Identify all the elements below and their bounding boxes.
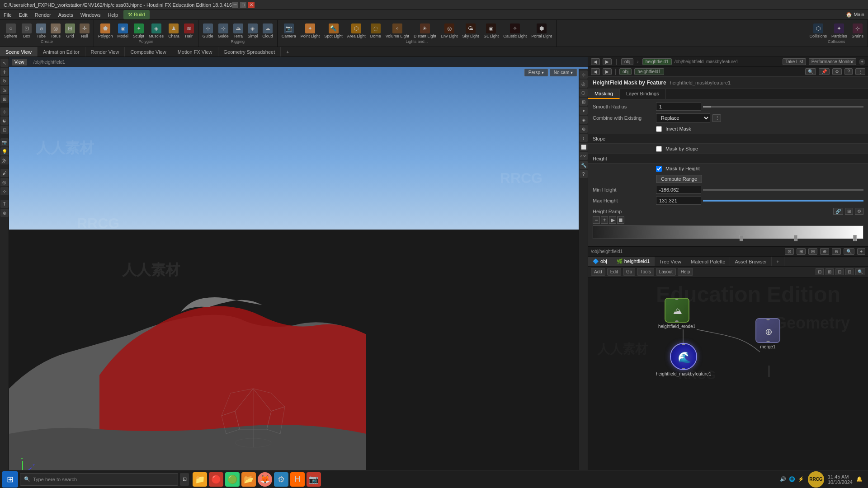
- vp-tool-4[interactable]: ⊞: [580, 98, 588, 106]
- taskbar-icon-houdini[interactable]: H: [290, 472, 305, 487]
- node-editor-options5[interactable]: ⊖: [832, 248, 841, 255]
- close-button[interactable]: ✕: [248, 2, 255, 8]
- more-button[interactable]: ⋮: [855, 68, 865, 75]
- prop-back-button[interactable]: ◀: [591, 68, 600, 75]
- sys-tray-icon3[interactable]: ⚡: [798, 476, 804, 482]
- ramp-visual[interactable]: [593, 225, 863, 239]
- camera-dropdown[interactable]: No cam ▾: [550, 69, 577, 76]
- gl-light-tool[interactable]: ◉GL Light: [481, 23, 501, 39]
- mirror-tool[interactable]: ⊡: [0, 126, 9, 134]
- magnet-tool[interactable]: ☯: [0, 117, 9, 125]
- prop-forward-button[interactable]: ▶: [603, 68, 612, 75]
- taskbar-icon-app2[interactable]: 🟢: [225, 472, 240, 487]
- sys-tray-icon2[interactable]: 🌐: [789, 476, 795, 482]
- particle-tool[interactable]: ⊹: [0, 187, 9, 195]
- ne-tab-heightfield[interactable]: 🌿 heightfield1: [612, 257, 655, 266]
- lighting-tool[interactable]: 💡: [0, 147, 9, 155]
- sculpt2-tool[interactable]: ◎: [0, 178, 9, 186]
- hair-tool[interactable]: ≋Hair: [182, 23, 196, 39]
- volume-light-tool[interactable]: ⚬Volume Light: [383, 23, 411, 39]
- invert-mask-checkbox[interactable]: [656, 126, 662, 132]
- menu-windows[interactable]: Windows: [77, 10, 104, 19]
- camera-ctrl-tool[interactable]: 📷: [0, 138, 9, 146]
- node-maskbyfeature1[interactable]: 🌊 heightfield_maskbyfeature1: [656, 343, 711, 376]
- ramp-settings2-button[interactable]: ⊞: [845, 208, 853, 215]
- ne-view-options3[interactable]: ⊡: [835, 268, 844, 275]
- node-merge1[interactable]: ⊕ merge1: [755, 318, 780, 349]
- spot-light-tool[interactable]: 🔦Spot Light: [322, 23, 345, 39]
- obj-breadcrumb[interactable]: obj: [621, 58, 633, 65]
- ne-tab-asset[interactable]: Asset Browser: [730, 257, 772, 266]
- taskbar-icon-explorer[interactable]: 📁: [193, 472, 207, 487]
- add-panel-button[interactable]: +: [859, 59, 865, 65]
- ramp-handle-mid[interactable]: [794, 235, 797, 241]
- taskbar-icon-app5[interactable]: 📷: [307, 472, 321, 487]
- grid-tool[interactable]: ⊞Grid: [63, 23, 77, 39]
- ne-tab-tree-view[interactable]: Tree View: [655, 257, 686, 266]
- guide-tool[interactable]: ⊹Guide: [200, 23, 216, 39]
- menu-file[interactable]: File: [0, 10, 15, 19]
- tab-motion-fx[interactable]: Motion FX View: [172, 47, 218, 56]
- minimize-button[interactable]: ─: [232, 2, 238, 8]
- tab-composite-view[interactable]: Composite View: [125, 47, 172, 56]
- caustic-light-tool[interactable]: ✧Caustic Light: [501, 23, 529, 39]
- help-prop-button[interactable]: ?: [844, 68, 853, 75]
- mask-by-slope-checkbox[interactable]: [656, 146, 662, 152]
- area-light-tool[interactable]: ⬡Area Light: [345, 23, 368, 39]
- tab-add[interactable]: +: [281, 47, 295, 56]
- max-height-slider[interactable]: [703, 200, 863, 202]
- compute-range-button[interactable]: Compute Range: [656, 175, 702, 183]
- taskbar-icon-app1[interactable]: 🔴: [209, 472, 223, 487]
- perf-monitor-tab[interactable]: Performance Monitor: [809, 58, 856, 65]
- polygon-tool[interactable]: ⬟Polygon: [96, 23, 115, 39]
- node-editor-options4[interactable]: ⊕: [820, 248, 829, 255]
- ne-tab-material[interactable]: Material Palette: [686, 257, 730, 266]
- node-editor-options6[interactable]: 🔍: [844, 248, 854, 255]
- sculpt-tool[interactable]: ✦Sculpt: [131, 23, 146, 39]
- take-list-tab[interactable]: Take List: [783, 58, 806, 65]
- ne-view-options5[interactable]: 🔍: [855, 268, 865, 275]
- ne-view-options1[interactable]: ⊡: [816, 268, 824, 275]
- tab-geometry-spreadsheet[interactable]: Geometry Spreadsheet: [218, 47, 281, 56]
- min-height-input[interactable]: [656, 186, 701, 194]
- terra-tool[interactable]: ⛰Terra: [231, 23, 245, 39]
- taskbar-icon-firefox[interactable]: 🦊: [258, 472, 272, 487]
- ramp-remove-button[interactable]: −: [593, 216, 600, 224]
- vp-tool-3[interactable]: ⬡: [580, 89, 588, 97]
- taskbar-icon-app3[interactable]: 📂: [241, 472, 256, 487]
- guide2-tool[interactable]: ⊹Guide: [216, 23, 231, 39]
- layer-bindings-tab[interactable]: Layer Bindings: [620, 89, 666, 99]
- search-params-button[interactable]: 🔍: [805, 68, 816, 75]
- ne-layout-button[interactable]: Layout: [656, 268, 676, 276]
- sys-tray-icon1[interactable]: 🔊: [780, 476, 786, 482]
- node-editor-options2[interactable]: ⊞: [797, 248, 806, 255]
- snap-tool[interactable]: ⊹: [0, 108, 9, 116]
- tab-animation-editor[interactable]: Animation Editor: [38, 47, 85, 56]
- ne-view-options2[interactable]: ⊞: [826, 268, 834, 275]
- vp-tool-2[interactable]: ◎: [580, 80, 588, 88]
- simpl-tool[interactable]: ◈Simpl: [245, 23, 260, 39]
- menu-assets[interactable]: Assets: [55, 10, 77, 19]
- cloud-tool[interactable]: ☁Cloud: [260, 23, 275, 39]
- node-editor-options7[interactable]: +: [857, 248, 865, 255]
- smooth-radius-input[interactable]: [656, 103, 701, 111]
- vp-tool-11[interactable]: ?: [580, 170, 588, 178]
- maximize-button[interactable]: □: [240, 2, 246, 8]
- menu-edit[interactable]: Edit: [15, 10, 31, 19]
- forward-button[interactable]: ▶: [603, 58, 612, 65]
- vp-tool-1[interactable]: ⊹: [580, 70, 588, 79]
- smooth-radius-slider[interactable]: [703, 106, 863, 108]
- model-tool[interactable]: ◉Model: [115, 23, 131, 39]
- distant-light-tool[interactable]: ☀Distant Light: [411, 23, 439, 39]
- ne-edit-button[interactable]: Edit: [607, 268, 621, 276]
- translate-tool[interactable]: ✛: [0, 68, 9, 76]
- chara-tool[interactable]: ♟Chara: [166, 23, 182, 39]
- fog-tool[interactable]: 🌫: [0, 156, 9, 164]
- ramp-add-button[interactable]: +: [601, 216, 608, 224]
- build-button[interactable]: ⚒ Build: [123, 10, 150, 19]
- ramp-stop-button[interactable]: ⏹: [617, 216, 624, 224]
- muscle-tool[interactable]: ◈Muscles: [146, 23, 166, 39]
- node-editor-options1[interactable]: ⊡: [785, 248, 794, 255]
- vp-tool-8[interactable]: ↕: [580, 134, 588, 142]
- paint-tool[interactable]: 🖌: [0, 169, 9, 177]
